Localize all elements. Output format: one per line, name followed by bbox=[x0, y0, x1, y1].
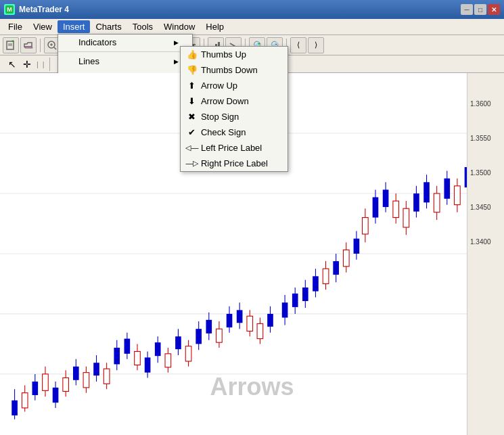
svg-rect-110 bbox=[292, 294, 298, 307]
open-btn[interactable] bbox=[20, 37, 37, 53]
svg-rect-46 bbox=[93, 363, 99, 375]
svg-rect-56 bbox=[145, 357, 151, 372]
menu-help[interactable]: Help bbox=[200, 20, 229, 33]
separator-v2: | bbox=[41, 60, 46, 68]
svg-rect-42 bbox=[73, 367, 79, 380]
separator-v: | bbox=[35, 60, 40, 68]
svg-text:+: + bbox=[258, 41, 260, 46]
sep1 bbox=[40, 39, 41, 52]
arrow-up-item[interactable]: ⬆ Arrow Up bbox=[181, 78, 288, 93]
thumbs-up-icon: 👍 bbox=[186, 49, 198, 60]
check-sign-icon: ✔ bbox=[186, 127, 198, 137]
menu-window[interactable]: Window bbox=[158, 20, 200, 33]
price-5: 1.3400 bbox=[467, 238, 504, 246]
menu-indicators[interactable]: Indicators ▶ bbox=[58, 35, 192, 50]
svg-rect-34 bbox=[32, 382, 39, 395]
svg-rect-86 bbox=[383, 189, 389, 207]
menu-file[interactable]: File bbox=[3, 20, 28, 33]
crosshair-tool[interactable]: ✛ bbox=[20, 58, 34, 71]
scroll-right-btn[interactable]: ⟩ bbox=[308, 37, 324, 53]
menu-charts[interactable]: Charts bbox=[90, 20, 127, 33]
svg-rect-68 bbox=[206, 320, 212, 334]
svg-rect-88 bbox=[393, 201, 399, 217]
arrow-down-icon: ⬇ bbox=[186, 96, 198, 106]
svg-rect-80 bbox=[267, 314, 273, 327]
svg-rect-94 bbox=[423, 182, 430, 202]
left-price-item[interactable]: ◁— Left Price Label bbox=[181, 140, 288, 156]
sep1 bbox=[58, 51, 192, 52]
svg-rect-114 bbox=[313, 276, 319, 291]
left-price-icon: ◁— bbox=[186, 143, 198, 152]
svg-rect-78 bbox=[257, 323, 263, 338]
menubar: File View Insert Indicators ▶ Lines ▶ Ch… bbox=[0, 19, 504, 35]
sep-tf bbox=[49, 58, 50, 71]
close-button[interactable]: ✕ bbox=[488, 4, 500, 15]
svg-rect-72 bbox=[227, 314, 233, 327]
arrow-tool[interactable]: ↖ bbox=[5, 58, 19, 71]
menu-insert[interactable]: Insert Indicators ▶ Lines ▶ Channels ▶ G bbox=[58, 20, 91, 33]
app-icon: M bbox=[4, 4, 15, 15]
scroll-left-btn[interactable]: ⟨ bbox=[290, 37, 306, 53]
svg-rect-50 bbox=[114, 348, 120, 364]
stop-sign-icon: ✖ bbox=[186, 112, 198, 122]
price-2: 1.3550 bbox=[467, 135, 504, 142]
titlebar: M MetaTrader 4 ─ □ ✕ bbox=[0, 0, 504, 19]
price-4: 1.3450 bbox=[467, 204, 504, 211]
right-price-item[interactable]: —▷ Right Price Label bbox=[181, 156, 288, 171]
svg-rect-52 bbox=[124, 339, 131, 354]
svg-rect-116 bbox=[323, 269, 329, 283]
arrow-down-item[interactable]: ⬇ Arrow Down bbox=[181, 93, 288, 109]
svg-rect-84 bbox=[373, 198, 379, 218]
arrows-submenu: 👍 Thumbs Up 👎 Thumbs Down ⬆ Arrow Up ⬇ A… bbox=[180, 46, 288, 172]
svg-rect-98 bbox=[444, 179, 450, 199]
svg-rect-70 bbox=[216, 329, 223, 342]
svg-rect-36 bbox=[43, 374, 49, 390]
arrow-up-icon: ⬆ bbox=[186, 81, 198, 91]
svg-rect-118 bbox=[333, 261, 339, 275]
svg-rect-30 bbox=[12, 400, 18, 415]
maximize-button[interactable]: □ bbox=[474, 4, 486, 15]
svg-text:M: M bbox=[7, 6, 12, 13]
svg-rect-100 bbox=[455, 186, 461, 205]
svg-rect-90 bbox=[403, 208, 409, 227]
menu-lines[interactable]: Lines ▶ bbox=[58, 53, 192, 69]
svg-rect-74 bbox=[237, 310, 243, 323]
svg-rect-76 bbox=[247, 316, 253, 331]
titlebar-left: M MetaTrader 4 bbox=[4, 4, 69, 15]
svg-rect-54 bbox=[135, 352, 141, 365]
right-price-icon: —▷ bbox=[186, 159, 198, 168]
check-sign-item[interactable]: ✔ Check Sign bbox=[181, 124, 288, 140]
svg-rect-58 bbox=[155, 342, 161, 356]
svg-rect-44 bbox=[83, 373, 89, 388]
svg-rect-82 bbox=[363, 218, 369, 234]
svg-rect-92 bbox=[413, 193, 419, 212]
menu-view[interactable]: View bbox=[28, 20, 58, 33]
price-axis: 1.3600 1.3550 1.3500 1.3450 1.3400 bbox=[467, 73, 504, 435]
svg-rect-40 bbox=[63, 377, 69, 391]
stop-sign-item[interactable]: ✖ Stop Sign bbox=[181, 109, 288, 124]
window-controls: ─ □ ✕ bbox=[461, 4, 500, 15]
svg-text:+: + bbox=[12, 40, 14, 43]
svg-rect-38 bbox=[53, 388, 59, 403]
svg-line-7 bbox=[54, 47, 56, 49]
svg-rect-108 bbox=[282, 302, 288, 317]
menu-tools[interactable]: Tools bbox=[127, 20, 158, 33]
minimize-button[interactable]: ─ bbox=[461, 4, 473, 15]
svg-rect-122 bbox=[354, 239, 360, 254]
svg-rect-120 bbox=[343, 250, 349, 266]
new-btn[interactable]: + bbox=[3, 37, 19, 53]
svg-rect-62 bbox=[175, 336, 181, 349]
price-3: 1.3500 bbox=[467, 169, 504, 177]
thumbs-down-item[interactable]: 👎 Thumbs Down bbox=[181, 62, 288, 78]
price-1: 1.3600 bbox=[467, 100, 504, 108]
svg-rect-112 bbox=[302, 288, 308, 301]
app-title: MetaTrader 4 bbox=[19, 5, 69, 14]
svg-rect-66 bbox=[196, 329, 202, 344]
svg-rect-48 bbox=[104, 369, 110, 384]
svg-rect-96 bbox=[434, 193, 440, 212]
thumbs-down-icon: 👎 bbox=[186, 65, 198, 75]
svg-rect-64 bbox=[185, 346, 191, 361]
svg-rect-32 bbox=[22, 393, 28, 408]
svg-rect-60 bbox=[165, 354, 171, 367]
thumbs-up-item[interactable]: 👍 Thumbs Up bbox=[181, 47, 288, 62]
